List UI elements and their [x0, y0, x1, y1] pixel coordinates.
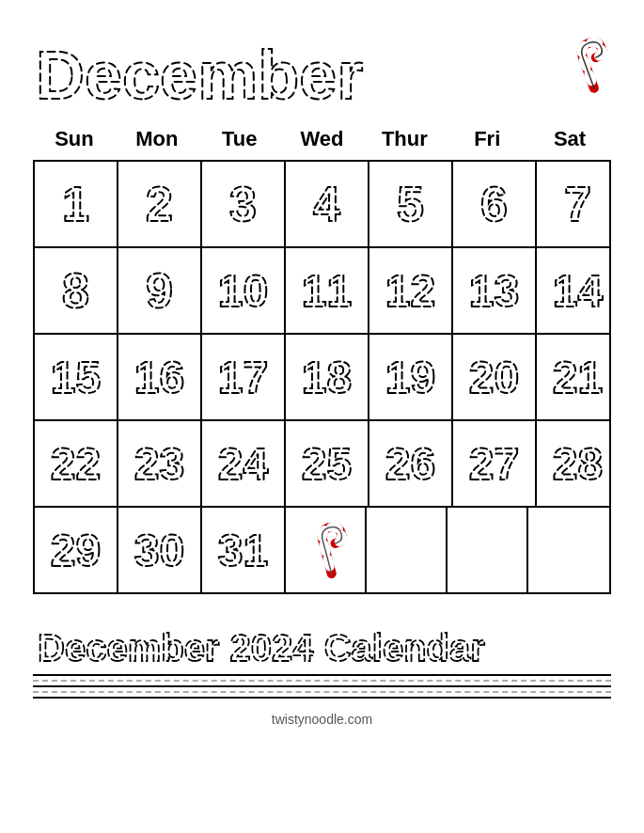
- calendar-cell-2-6: 13: [453, 248, 537, 333]
- date-number-10: 10: [202, 251, 284, 331]
- svg-text:12: 12: [385, 265, 435, 315]
- date-number-8: 8: [35, 251, 117, 331]
- day-sun: Sun: [33, 122, 116, 156]
- day-tue: Tue: [198, 122, 281, 156]
- candy-cane-icon: [302, 520, 349, 581]
- svg-text:29: 29: [51, 525, 101, 574]
- calendar-row-1: 1234567: [35, 162, 609, 248]
- svg-text:1: 1: [62, 176, 89, 230]
- calendar-cell-1-1: 1: [35, 162, 118, 246]
- svg-text:23: 23: [134, 438, 184, 488]
- solid-line-2: [33, 685, 611, 687]
- svg-text:22: 22: [51, 438, 101, 488]
- svg-text:25: 25: [302, 438, 352, 488]
- calendar-cell-1-4: 4: [286, 162, 369, 246]
- date-number-29: 29: [35, 511, 117, 590]
- svg-text:14: 14: [553, 265, 604, 315]
- svg-text:10: 10: [218, 265, 268, 315]
- day-thur: Thur: [363, 122, 446, 156]
- date-number-1: 1: [35, 165, 117, 244]
- date-number-18: 18: [286, 338, 368, 417]
- calendar-cell-5-5: [367, 508, 448, 592]
- title-text: December: [36, 38, 363, 113]
- date-number-3: 3: [202, 165, 284, 244]
- date-number-30: 30: [118, 511, 200, 590]
- calendar-cell-4-2: 23: [118, 421, 202, 506]
- solid-line-3: [33, 697, 611, 699]
- calendar-row-3: 15161718192021: [35, 335, 609, 421]
- date-number-6: 6: [453, 165, 535, 244]
- date-number-12: 12: [369, 251, 451, 331]
- calendar-cell-1-5: 5: [369, 162, 453, 246]
- date-number-21: 21: [537, 338, 619, 417]
- calendar-cell-3-3: 17: [202, 335, 286, 419]
- date-number-2: 2: [118, 165, 200, 244]
- calendar-cell-2-5: 12: [369, 248, 453, 333]
- bottom-section: .dash-text-lg { font-family: 'Arial Blac…: [33, 608, 611, 702]
- calendar-cell-1-6: 6: [453, 162, 537, 246]
- svg-text:4: 4: [313, 176, 340, 230]
- calendar-cell-3-1: 15: [35, 335, 118, 419]
- svg-text:24: 24: [218, 438, 269, 488]
- svg-text:8: 8: [62, 262, 89, 317]
- calendar-cell-5-6: [448, 508, 528, 592]
- subtitle-svg: .dash-text-lg { font-family: 'Arial Blac…: [33, 618, 611, 669]
- date-number-5: 5: [369, 165, 451, 244]
- calendar-cell-4-5: 26: [369, 421, 453, 506]
- calendar-cell-2-7: 14: [537, 248, 619, 333]
- date-number-23: 23: [118, 424, 200, 504]
- calendar-cell-3-4: 18: [286, 335, 369, 419]
- svg-text:16: 16: [134, 352, 184, 401]
- date-number-20: 20: [453, 338, 535, 417]
- svg-text:7: 7: [564, 176, 591, 230]
- dashed-line-2: [33, 691, 611, 693]
- calendar-grid: 1234567891011121314151617181920212223242…: [33, 160, 611, 594]
- subtitle-text: December 2024 Calendar: [38, 627, 485, 668]
- date-number-31: 31: [202, 511, 284, 590]
- calendar-cell-3-7: 21: [537, 335, 619, 419]
- svg-text:18: 18: [302, 352, 352, 401]
- date-number-19: 19: [369, 338, 451, 417]
- date-number-27: 27: [453, 424, 535, 504]
- date-number-14: 14: [537, 251, 619, 331]
- svg-text:11: 11: [302, 265, 352, 315]
- calendar-cell-3-2: 16: [118, 335, 202, 419]
- calendar-cell-2-3: 10: [202, 248, 286, 333]
- days-header: Sun Mon Tue Wed Thur Fri Sat: [33, 122, 611, 156]
- date-number-25: 25: [286, 424, 368, 504]
- calendar-cell-5-7: [528, 508, 609, 592]
- day-sat: Sat: [528, 122, 611, 156]
- svg-text:21: 21: [553, 352, 603, 401]
- svg-text:5: 5: [397, 176, 424, 230]
- svg-text:31: 31: [218, 525, 268, 574]
- footer: twistynoodle.com: [272, 712, 372, 727]
- svg-text:13: 13: [469, 265, 519, 315]
- date-number-9: 9: [118, 251, 200, 331]
- calendar-row-5: 293031: [35, 508, 609, 592]
- svg-text:20: 20: [469, 352, 519, 401]
- date-number-24: 24: [202, 424, 284, 504]
- calendar-cell-2-2: 9: [118, 248, 202, 333]
- date-number-22: 22: [35, 424, 117, 504]
- writing-lines: [33, 674, 611, 699]
- svg-text:28: 28: [553, 438, 603, 488]
- calendar-cell-1-2: 2: [118, 162, 202, 246]
- svg-text:27: 27: [469, 438, 519, 488]
- date-number-17: 17: [202, 338, 284, 417]
- date-number-26: 26: [369, 424, 451, 504]
- svg-text:2: 2: [146, 176, 173, 230]
- day-wed: Wed: [281, 122, 364, 156]
- title-candy-cane-icon: [562, 38, 614, 103]
- calendar-cell-1-3: 3: [202, 162, 286, 246]
- calendar-cell-3-5: 19: [369, 335, 453, 419]
- calendar-cell-2-1: 8: [35, 248, 118, 333]
- title-svg: .dash-text { font-family: 'Arial Black',…: [31, 28, 558, 113]
- day-fri: Fri: [446, 122, 528, 156]
- calendar-cell-4-6: 27: [453, 421, 537, 506]
- calendar-cell-4-4: 25: [286, 421, 369, 506]
- calendar-row-4: 22232425262728: [35, 421, 609, 508]
- calendar-cell-5-1: 29: [35, 508, 118, 592]
- calendar-cell-5-3: 31: [202, 508, 286, 592]
- svg-text:15: 15: [51, 352, 101, 401]
- calendar-cell-4-1: 22: [35, 421, 118, 506]
